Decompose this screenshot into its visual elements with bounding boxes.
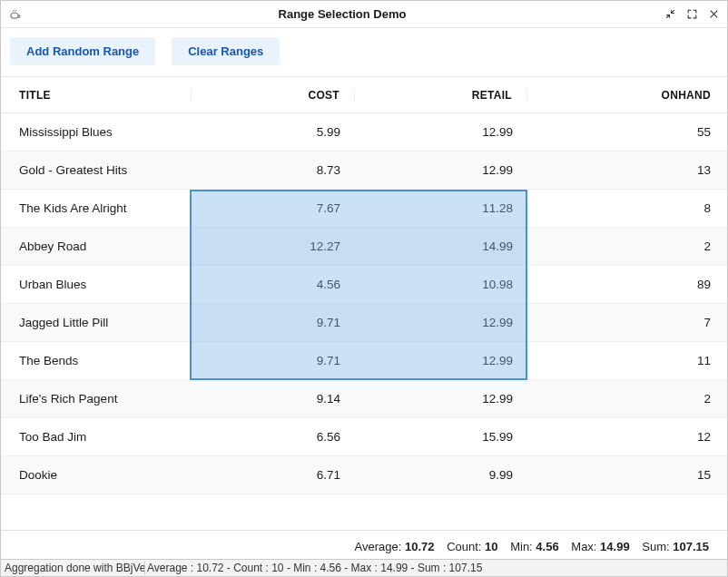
cell-cost[interactable]: 8.73	[192, 163, 355, 177]
status-left: Aggregation done with BBjVectors	[5, 562, 145, 574]
avg-label: Average:	[355, 540, 402, 553]
cell-onhand[interactable]: 13	[527, 163, 716, 177]
table-row[interactable]: Urban Blues4.5610.9889	[1, 266, 727, 304]
table-row[interactable]: Gold - Greatest Hits8.7312.9913	[1, 152, 727, 190]
min-value: 4.56	[536, 540, 558, 553]
clear-ranges-button[interactable]: Clear Ranges	[172, 37, 280, 65]
table-row[interactable]: Dookie6.719.9915	[1, 456, 727, 494]
cell-cost[interactable]: 9.14	[192, 392, 355, 406]
cell-retail[interactable]: 12.99	[355, 163, 527, 177]
cell-title[interactable]: Jagged Little Pill	[19, 316, 192, 329]
cell-retail[interactable]: 12.99	[355, 354, 527, 367]
toolbar: Add Random Range Clear Ranges	[1, 28, 727, 76]
cell-cost[interactable]: 9.71	[192, 316, 355, 329]
cell-retail[interactable]: 12.99	[355, 392, 527, 406]
col-header-cost[interactable]: COST	[192, 89, 355, 102]
svg-point-0	[11, 13, 18, 18]
cell-retail[interactable]: 12.99	[355, 316, 527, 329]
add-random-range-button[interactable]: Add Random Range	[10, 37, 155, 65]
cell-onhand[interactable]: 8	[527, 201, 716, 215]
cell-onhand[interactable]: 55	[527, 125, 716, 139]
cell-cost[interactable]: 12.27	[192, 240, 355, 253]
cell-cost[interactable]: 7.67	[192, 201, 355, 215]
max-value: 14.99	[600, 540, 630, 553]
count-value: 10	[485, 540, 497, 553]
cell-retail[interactable]: 15.99	[355, 430, 527, 444]
table-row[interactable]: The Bends9.7112.9911	[1, 342, 727, 380]
app-icon	[6, 6, 23, 23]
cell-onhand[interactable]: 12	[527, 430, 716, 444]
titlebar: Range Selection Demo	[1, 1, 727, 28]
cell-title[interactable]: Abbey Road	[19, 240, 192, 253]
minimize-restore-icon[interactable]	[662, 6, 678, 23]
maximize-icon[interactable]	[684, 6, 700, 23]
cell-onhand[interactable]: 2	[527, 392, 716, 406]
cell-cost[interactable]: 5.99	[192, 125, 355, 139]
col-header-title[interactable]: TITLE	[19, 89, 192, 102]
table-row[interactable]: Jagged Little Pill9.7112.997	[1, 304, 727, 342]
aggregation-bar: Average: 10.72 Count: 10 Min: 4.56 Max: …	[1, 530, 727, 559]
cell-retail[interactable]: 11.28	[355, 201, 527, 215]
cell-onhand[interactable]: 2	[527, 240, 716, 253]
count-label: Count:	[447, 540, 481, 553]
cell-title[interactable]: Life's Rich Pagent	[19, 392, 192, 406]
table-row[interactable]: The Kids Are Alright7.6711.288	[1, 190, 727, 228]
app-window: Range Selection Demo Add Random Range Cl…	[0, 0, 728, 577]
cell-cost[interactable]: 6.56	[192, 430, 355, 444]
cell-onhand[interactable]: 15	[527, 468, 716, 482]
col-header-onhand[interactable]: ONHAND	[527, 89, 716, 102]
sum-label: Sum:	[642, 540, 669, 553]
table-row[interactable]: Too Bad Jim6.5615.9912	[1, 418, 727, 456]
grid-header-row: TITLE COST RETAIL ONHAND	[1, 77, 727, 113]
cell-title[interactable]: The Kids Are Alright	[19, 201, 192, 215]
cell-title[interactable]: The Bends	[19, 354, 192, 367]
window-controls	[662, 6, 722, 23]
cell-title[interactable]: Urban Blues	[19, 278, 192, 291]
sum-value: 107.15	[673, 540, 709, 553]
table-row[interactable]: Life's Rich Pagent9.1412.992	[1, 380, 727, 418]
col-header-retail[interactable]: RETAIL	[355, 89, 527, 102]
cell-retail[interactable]: 12.99	[355, 125, 527, 139]
cell-title[interactable]: Dookie	[19, 468, 192, 482]
cell-retail[interactable]: 14.99	[355, 240, 527, 253]
status-bar: Aggregation done with BBjVectors Average…	[1, 559, 727, 576]
data-grid[interactable]: TITLE COST RETAIL ONHAND Mississippi Blu…	[1, 76, 727, 530]
cell-cost[interactable]: 4.56	[192, 278, 355, 291]
cell-cost[interactable]: 9.71	[192, 354, 355, 367]
cell-title[interactable]: Too Bad Jim	[19, 430, 192, 444]
grid-body[interactable]: Mississippi Blues5.9912.9955Gold - Great…	[1, 113, 727, 530]
window-title: Range Selection Demo	[23, 7, 662, 21]
cell-title[interactable]: Mississippi Blues	[19, 125, 192, 139]
cell-onhand[interactable]: 7	[527, 316, 716, 329]
max-label: Max:	[571, 540, 596, 553]
cell-onhand[interactable]: 11	[527, 354, 716, 367]
close-icon[interactable]	[705, 6, 722, 23]
avg-value: 10.72	[405, 540, 435, 553]
cell-retail[interactable]: 10.98	[355, 278, 527, 291]
min-label: Min:	[510, 540, 533, 553]
cell-onhand[interactable]: 89	[527, 278, 716, 291]
table-row[interactable]: Abbey Road12.2714.992	[1, 228, 727, 266]
cell-title[interactable]: Gold - Greatest Hits	[19, 163, 192, 177]
table-row[interactable]: Mississippi Blues5.9912.9955	[1, 113, 727, 152]
cell-retail[interactable]: 9.99	[355, 468, 527, 482]
cell-cost[interactable]: 6.71	[192, 468, 355, 482]
status-right: Average : 10.72 - Count : 10 - Min : 4.5…	[147, 562, 723, 574]
